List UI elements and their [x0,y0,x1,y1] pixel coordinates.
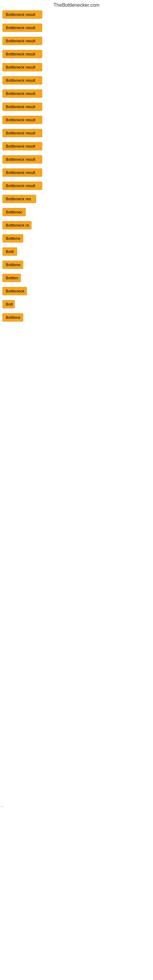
bottleneck-badge[interactable]: Bottleneck result [2,155,42,164]
bottleneck-badge[interactable]: Bottleneck result [2,142,42,150]
list-item: Bottleneck res [2,195,151,204]
list-item: Bottl [2,247,151,257]
bottleneck-badge[interactable]: Bottlene [2,313,23,321]
list-item: Bottleneck result [2,103,151,112]
bottleneck-badge[interactable]: Bottleneck result [2,169,42,177]
list-item: Bottleneck result [2,37,151,46]
list-item: Bottleneck result [2,89,151,99]
list-item: Bottleneck result [2,63,151,73]
list-item: Bottleneck result [2,24,151,33]
list-item: Bottlene [2,313,151,323]
list-item: Bottlene [2,261,151,270]
bottleneck-badge[interactable]: Bottlene [2,234,23,243]
list-item: Bottleneck result [2,142,151,151]
bottleneck-badge[interactable]: Bottleneck result [2,89,42,98]
bottleneck-badge[interactable]: Bottleneck result [2,76,42,84]
list-item: Bottleneck result [2,10,151,20]
list-item: Bottleneck result [2,116,151,125]
dot-text: ... [1,804,3,807]
bottleneck-badge[interactable]: Bottleneck result [2,63,42,72]
bottleneck-list: Bottleneck resultBottleneck resultBottle… [0,9,153,328]
bottleneck-badge[interactable]: Bottleneck result [2,10,42,19]
bottleneck-badge[interactable]: Bott [2,300,15,309]
bottleneck-badge[interactable]: Bottlenec [2,208,26,216]
ellipsis: ... [1,802,3,808]
list-item: Bottlen [2,274,151,283]
list-item: Bott [2,300,151,310]
bottleneck-badge[interactable]: Bottleneck result [2,116,42,124]
list-item: Bottleneck result [2,155,151,165]
list-item: Bottleneck result [2,181,151,191]
bottleneck-badge[interactable]: Bottleneck result [2,103,42,111]
list-item: Bottlenec [2,208,151,218]
bottleneck-badge[interactable]: Bottleneck result [2,24,42,32]
bottleneck-badge[interactable]: Bottleneck result [2,129,42,137]
bottleneck-badge[interactable]: Bottlene [2,261,23,269]
bottleneck-badge[interactable]: Bottleneck res [2,195,36,203]
list-item: Bottleneck re [2,221,151,231]
bottleneck-badge[interactable]: Bottleneck re [2,221,32,229]
list-item: Bottleneck [2,287,151,296]
bottleneck-badge[interactable]: Bottleneck result [2,181,42,190]
list-item: Bottleneck result [2,76,151,86]
list-item: Bottlene [2,234,151,244]
bottleneck-badge[interactable]: Bottlen [2,274,21,282]
list-item: Bottleneck result [2,129,151,138]
bottleneck-badge[interactable]: Bottleneck result [2,50,42,58]
list-item: Bottleneck result [2,50,151,59]
bottleneck-badge[interactable]: Bottl [2,247,17,256]
site-title: TheBottlenecker.com [0,0,153,9]
site-title-text: TheBottlenecker.com [54,2,99,8]
bottleneck-badge[interactable]: Bottleneck [2,287,27,295]
bottleneck-badge[interactable]: Bottleneck result [2,37,42,45]
list-item: Bottleneck result [2,169,151,178]
